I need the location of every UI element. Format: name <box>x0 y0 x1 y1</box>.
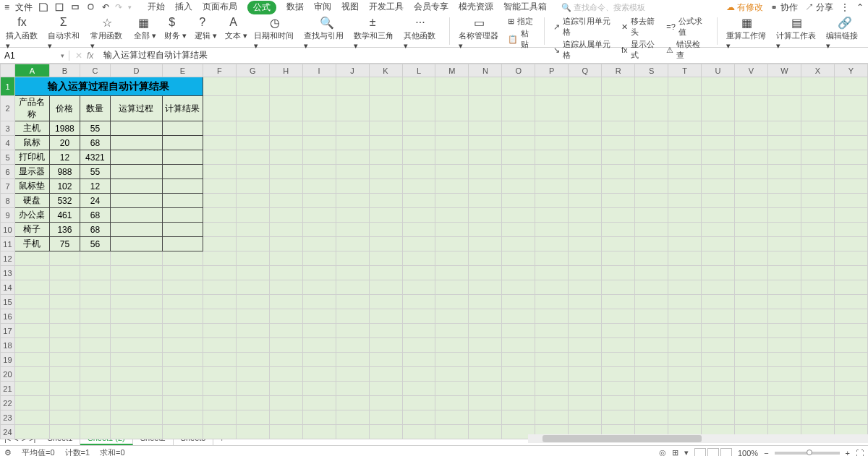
data-cell[interactable]: 75 <box>49 237 80 251</box>
cell[interactable] <box>735 179 768 194</box>
cell[interactable] <box>535 338 569 353</box>
cell[interactable] <box>269 223 302 237</box>
cell[interactable] <box>336 251 369 266</box>
cell[interactable] <box>735 367 768 382</box>
row-header-21[interactable]: 21 <box>1 382 15 396</box>
cell[interactable] <box>162 396 203 410</box>
cell[interactable] <box>402 223 435 237</box>
changes-indicator[interactable]: ☁ 有修改 <box>726 1 763 14</box>
col-header-L[interactable]: L <box>402 64 435 77</box>
cell[interactable] <box>236 309 269 324</box>
cell[interactable] <box>369 96 402 121</box>
cell[interactable] <box>14 324 49 338</box>
cell[interactable] <box>602 410 635 425</box>
cell[interactable] <box>49 396 80 410</box>
cell[interactable] <box>336 96 369 121</box>
cell[interactable] <box>302 338 336 353</box>
cell[interactable] <box>269 382 302 396</box>
menu-审阅[interactable]: 审阅 <box>314 1 331 14</box>
cell[interactable] <box>402 396 435 410</box>
col-header-S[interactable]: S <box>635 64 668 77</box>
cell[interactable] <box>535 208 569 223</box>
cell[interactable] <box>336 309 369 324</box>
cell[interactable] <box>369 165 402 179</box>
cell[interactable] <box>49 266 80 280</box>
cell[interactable] <box>402 295 435 309</box>
cell[interactable] <box>369 410 402 425</box>
cell[interactable] <box>269 367 302 382</box>
cell[interactable] <box>767 410 801 425</box>
cell[interactable] <box>735 410 768 425</box>
data-cell[interactable] <box>162 121 203 136</box>
cell[interactable] <box>735 266 768 280</box>
cell[interactable] <box>735 353 768 367</box>
cell[interactable] <box>767 96 801 121</box>
cell[interactable] <box>236 353 269 367</box>
cell[interactable] <box>735 295 768 309</box>
cell[interactable] <box>435 179 469 194</box>
cell[interactable] <box>569 324 602 338</box>
cell[interactable] <box>49 251 80 266</box>
data-cell[interactable] <box>162 165 203 179</box>
cell[interactable] <box>49 295 80 309</box>
cell[interactable] <box>162 295 203 309</box>
cell[interactable] <box>602 237 635 251</box>
cell[interactable] <box>535 165 569 179</box>
cell[interactable] <box>668 382 702 396</box>
row-header-7[interactable]: 7 <box>1 179 15 194</box>
header-cell[interactable]: 数量 <box>80 96 110 121</box>
cell[interactable] <box>203 251 236 266</box>
cell[interactable] <box>801 179 834 194</box>
data-cell[interactable] <box>162 237 203 251</box>
cell[interactable] <box>402 121 435 136</box>
cell[interactable] <box>110 309 162 324</box>
cell[interactable] <box>236 324 269 338</box>
cell[interactable] <box>702 165 735 179</box>
cell[interactable] <box>302 382 336 396</box>
spreadsheet-grid[interactable]: ABCDEFGHIJKLMNOPQRSTUVWXY 1输入运算过程自动计算结果2… <box>0 64 868 439</box>
cell[interactable] <box>469 410 502 425</box>
cell[interactable] <box>80 295 110 309</box>
cell[interactable] <box>602 96 635 121</box>
cell[interactable] <box>402 338 435 353</box>
cell[interactable] <box>834 295 867 309</box>
cell[interactable] <box>602 208 635 223</box>
row-header-5[interactable]: 5 <box>1 150 15 165</box>
cell[interactable] <box>269 338 302 353</box>
cell[interactable] <box>602 223 635 237</box>
menu-插入[interactable]: 插入 <box>175 1 192 14</box>
cell[interactable] <box>302 410 336 425</box>
file-menu[interactable]: 文件 <box>15 1 33 14</box>
cell[interactable] <box>80 382 110 396</box>
cell[interactable] <box>269 237 302 251</box>
data-cell[interactable]: 461 <box>49 208 80 223</box>
cell[interactable] <box>402 237 435 251</box>
cell[interactable] <box>569 338 602 353</box>
col-header-B[interactable]: B <box>49 64 80 77</box>
cell[interactable] <box>801 150 834 165</box>
cell[interactable] <box>801 251 834 266</box>
cell[interactable] <box>302 280 336 295</box>
cell[interactable] <box>336 136 369 150</box>
dropdown-icon[interactable]: ▾ <box>128 4 132 11</box>
cell[interactable] <box>702 208 735 223</box>
cell[interactable] <box>203 353 236 367</box>
cell[interactable] <box>80 280 110 295</box>
cell[interactable] <box>435 396 469 410</box>
cell[interactable] <box>535 382 569 396</box>
cell[interactable] <box>767 194 801 208</box>
cell[interactable] <box>203 324 236 338</box>
cell[interactable] <box>834 237 867 251</box>
cell[interactable] <box>635 121 668 136</box>
col-header-I[interactable]: I <box>302 64 336 77</box>
cell[interactable] <box>14 266 49 280</box>
cell[interactable] <box>834 121 867 136</box>
cell[interactable] <box>435 425 469 439</box>
cell[interactable] <box>569 266 602 280</box>
cell[interactable] <box>162 425 203 439</box>
cell[interactable] <box>767 251 801 266</box>
cell[interactable] <box>834 96 867 121</box>
ribbon-文本[interactable]: A文本 ▾ <box>224 16 248 41</box>
cell[interactable] <box>49 353 80 367</box>
cell[interactable] <box>269 425 302 439</box>
